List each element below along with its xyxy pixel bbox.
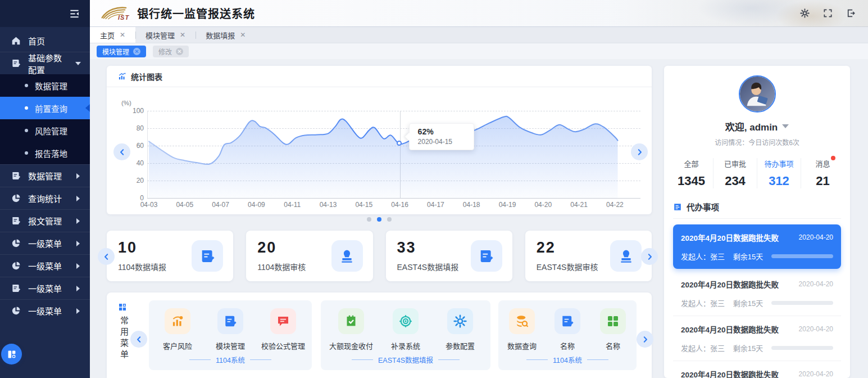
chart-next-button[interactable] bbox=[631, 143, 648, 160]
y-axis-tick-label: 20 bbox=[121, 177, 144, 184]
x-axis-tick-label: 04-16 bbox=[382, 201, 418, 209]
pie-chart-icon bbox=[11, 238, 21, 248]
todo-item[interactable]: 2020年4月20日数据跑批失败2020-04-20 发起人：张三剩余15天 bbox=[673, 316, 841, 361]
progress-bar bbox=[771, 346, 833, 350]
quick-menu-label: 常用菜单 bbox=[118, 303, 129, 363]
tab-module-mgmt[interactable]: 模块管理✕ bbox=[135, 27, 196, 43]
stats-prev-button[interactable] bbox=[98, 248, 115, 265]
tab-home[interactable]: 主页✕ bbox=[90, 27, 135, 43]
todo-item[interactable]: 2020年4月20日数据跑批失败2020-04-20 发起人：张三剩余4天 bbox=[673, 361, 841, 378]
quick-menu-card: 常用菜单 客户风险 模块管理 校验公式管理 1104系统 大额现金收付 补录系统… bbox=[107, 292, 652, 378]
data-point-marker bbox=[397, 141, 402, 146]
sidebar-item-message-mgmt[interactable]: 报文管理 bbox=[0, 209, 90, 232]
stamp-icon bbox=[331, 240, 363, 272]
home-icon bbox=[11, 36, 21, 46]
sidebar-item-query-stats[interactable]: 查询统计 bbox=[0, 187, 90, 209]
gridline bbox=[147, 198, 640, 199]
close-circle-icon[interactable]: ✕ bbox=[176, 48, 183, 55]
y-axis-tick-label: 100 bbox=[121, 107, 144, 115]
quick-menu-next-button[interactable] bbox=[637, 331, 653, 348]
stat-card-east4s-review[interactable]: 22 EAST4S数据审核 bbox=[525, 231, 652, 281]
logout-icon[interactable] bbox=[846, 8, 856, 18]
todo-list-icon bbox=[673, 202, 682, 212]
tab-bar: 主页✕ 模块管理✕ 数据填报✕ bbox=[90, 27, 868, 43]
sidebar-item-home[interactable]: 首页 bbox=[0, 29, 90, 52]
document-edit-icon bbox=[555, 308, 580, 334]
stats-next-button[interactable] bbox=[641, 248, 658, 265]
user-panel: 欢迎, admin 访问情况：今日访问次数6次 全部 1345 已审批 234 … bbox=[664, 66, 850, 378]
sidebar-subitem-report-landing[interactable]: 报告落地 bbox=[0, 142, 90, 164]
stat-card-1104-entry[interactable]: 10 1104数据填报 bbox=[107, 231, 233, 281]
visit-info: 访问情况：今日访问次数6次 bbox=[664, 137, 850, 147]
stat-messages[interactable]: 消息 21 bbox=[801, 158, 844, 188]
pie-chart-icon bbox=[11, 261, 21, 271]
area-chart bbox=[147, 111, 640, 198]
close-icon[interactable]: ✕ bbox=[240, 31, 246, 39]
x-axis-tick-label: 04-19 bbox=[489, 201, 525, 209]
pagination-dot[interactable] bbox=[377, 217, 381, 222]
x-axis-tick-label: 04-07 bbox=[203, 201, 239, 209]
quick-menu-prev-button[interactable] bbox=[130, 331, 147, 348]
stat-card-1104-review[interactable]: 20 1104数据审核 bbox=[246, 231, 372, 281]
document-icon bbox=[11, 58, 21, 68]
document-edit-icon bbox=[471, 240, 502, 272]
close-icon[interactable]: ✕ bbox=[120, 31, 125, 39]
x-axis-tick-label: 04-03 bbox=[131, 201, 167, 209]
sidebar-subitem-data-mgmt[interactable]: 数据管理 bbox=[0, 74, 90, 97]
sidebar-item-level1-menu-4[interactable]: 一级菜单 bbox=[0, 299, 90, 322]
tab-data-entry[interactable]: 数据填报✕ bbox=[196, 27, 256, 43]
bar-chart-icon bbox=[165, 308, 190, 334]
sidebar-subitem-risk-mgmt[interactable]: 风险管理 bbox=[0, 119, 90, 142]
chart-pagination-dots bbox=[107, 217, 652, 222]
profile-stats: 全部 1345 已审批 234 待办事项 312 消息 21 bbox=[670, 158, 844, 188]
chip-edit[interactable]: 修改✕ bbox=[153, 46, 189, 57]
chevron-right-icon bbox=[76, 196, 80, 201]
layout-switch-button[interactable] bbox=[1, 344, 22, 364]
database-search-icon bbox=[509, 308, 535, 334]
todo-title: 代办事项 bbox=[687, 201, 719, 213]
stat-card-row: 10 1104数据填报 20 1104数据审核 33 EAST4S数据填报 22… bbox=[107, 231, 652, 281]
sidebar-header bbox=[0, 0, 90, 27]
sidebar-subitem-pre-query[interactable]: 前置查询 bbox=[0, 97, 90, 119]
welcome-dropdown[interactable]: 欢迎, admin bbox=[664, 119, 850, 133]
sidebar-item-level1-menu-2[interactable]: 一级菜单 bbox=[0, 254, 90, 277]
todo-item[interactable]: 2020年4月20日数据跑批失败2020-04-20 发起人：张三剩余15天 bbox=[673, 271, 841, 316]
x-axis-tick-label: 04-15 bbox=[346, 201, 382, 209]
document-edit-icon bbox=[11, 216, 21, 226]
gear-icon bbox=[447, 308, 473, 334]
quick-group-1104-2: 数据查询 名称 名称 1104系统 bbox=[498, 300, 637, 370]
bullet-icon bbox=[25, 106, 28, 110]
stat-card-east4s-entry[interactable]: 33 EAST4S数据填报 bbox=[386, 231, 512, 281]
sidebar-item-level1-menu-1[interactable]: 一级菜单 bbox=[0, 232, 90, 254]
fullscreen-icon[interactable] bbox=[823, 8, 833, 18]
close-circle-icon[interactable]: ✕ bbox=[133, 48, 140, 55]
stat-pending[interactable]: 待办事项 312 bbox=[757, 158, 801, 188]
chart-plot-area[interactable]: 62% 2020-04-15 100806040200 04-0304-0504… bbox=[147, 111, 640, 198]
group-caption: 1104系统 bbox=[498, 354, 637, 365]
clipboard-check-icon bbox=[338, 308, 364, 334]
x-axis-tick-label: 04-22 bbox=[597, 201, 633, 209]
avatar[interactable] bbox=[739, 75, 776, 112]
close-icon[interactable]: ✕ bbox=[180, 31, 185, 39]
todo-section-header: 代办事项 bbox=[673, 201, 841, 219]
settings-gear-icon[interactable] bbox=[800, 8, 810, 18]
sidebar-item-base-params[interactable]: 基础参数配置 bbox=[0, 52, 90, 74]
pagination-dot[interactable] bbox=[387, 217, 392, 222]
logo-text: IST bbox=[118, 14, 129, 21]
quick-group-east4s: 大额现金收付 补录系统 参数配置 EAST4S数据填报 bbox=[321, 300, 490, 370]
x-axis-tick-label: 04-13 bbox=[310, 201, 346, 209]
sidebar-item-data-mgmt[interactable]: 数据管理 bbox=[0, 164, 90, 187]
pagination-dot[interactable] bbox=[367, 217, 371, 222]
chip-module-mgmt[interactable]: 模块管理✕ bbox=[97, 46, 146, 57]
tooltip-date: 2020-04-15 bbox=[418, 138, 474, 146]
chart-card-header: 统计图表 bbox=[107, 66, 652, 87]
collapse-menu-icon[interactable] bbox=[69, 8, 80, 19]
stat-approved[interactable]: 已审批 234 bbox=[713, 158, 757, 188]
y-axis-tick-label: 40 bbox=[121, 159, 144, 167]
stat-all[interactable]: 全部 1345 bbox=[670, 158, 713, 188]
chart-prev-button[interactable] bbox=[113, 143, 130, 160]
bullet-icon bbox=[25, 151, 28, 155]
group-caption: EAST4S数据填报 bbox=[321, 354, 490, 365]
todo-item[interactable]: 2020年4月20日数据跑批失败2020-04-20 发起人：张三剩余15天 bbox=[673, 224, 841, 269]
sidebar-item-level1-menu-3[interactable]: 一级菜单 bbox=[0, 277, 90, 299]
